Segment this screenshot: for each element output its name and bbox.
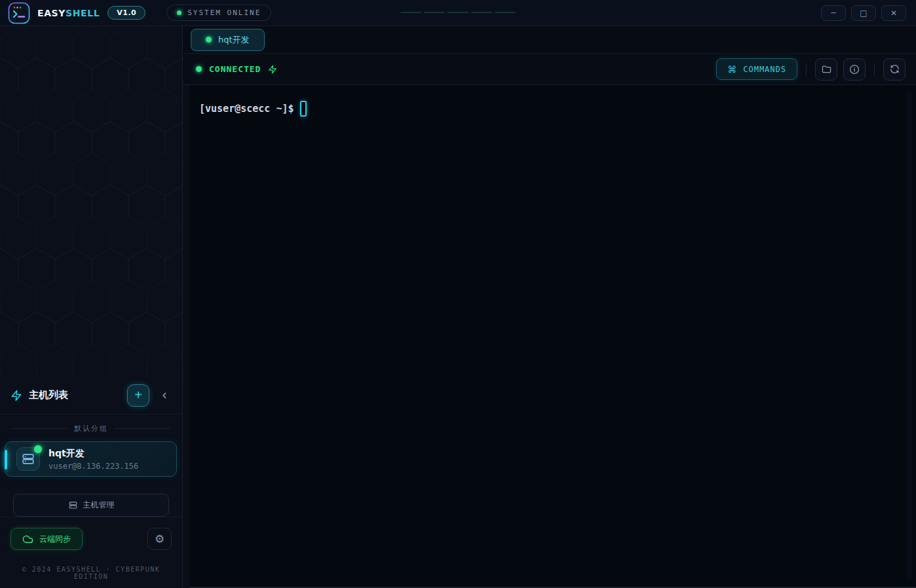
app-name-bold: EASY	[37, 8, 66, 18]
terminal[interactable]: [vuser@scecc ~]$	[189, 85, 916, 588]
host-address: vuser@8.136.223.156	[48, 462, 138, 471]
cloud-icon	[22, 534, 33, 545]
server-icon	[21, 452, 35, 466]
bolt-icon	[268, 65, 277, 74]
commands-button[interactable]: ⌘ COMMANDS	[716, 58, 797, 80]
sidebar-footer-row: 云端同步 ⚙	[10, 528, 172, 550]
main-area: hqt开发 CONNECTED ⌘ COMMANDS	[183, 26, 916, 588]
connection-status-text: CONNECTED	[209, 64, 261, 74]
app-name-accent: SHELL	[66, 8, 100, 18]
maximize-icon: □	[860, 9, 867, 17]
collapse-sidebar-button[interactable]	[156, 386, 173, 405]
status-bar: CONNECTED ⌘ COMMANDS	[183, 54, 916, 85]
refresh-icon	[889, 64, 900, 75]
gear-icon: ⚙	[155, 533, 164, 545]
command-icon: ⌘	[727, 64, 737, 75]
connection-status: CONNECTED	[196, 64, 277, 74]
app-logo-terminal-icon	[8, 2, 30, 24]
window-controls: ─ □ ✕	[821, 5, 906, 21]
info-button[interactable]	[843, 58, 866, 81]
sidebar-footer: 云端同步 ⚙ © 2024 EASYSHELL · CYBERPUNK EDIT…	[0, 517, 182, 588]
group-divider: 默认分组	[12, 424, 170, 433]
version-badge: V1.0	[107, 6, 145, 20]
terminal-prompt: [vuser@scecc ~]$	[199, 103, 294, 115]
close-button[interactable]: ✕	[881, 5, 906, 21]
toolbar-divider	[806, 63, 807, 76]
file-manager-button[interactable]	[815, 58, 837, 81]
toolbar-divider	[874, 63, 875, 76]
host-card[interactable]: hqt开发 vuser@8.136.223.156	[5, 441, 177, 477]
host-name: hqt开发	[48, 448, 138, 460]
minimize-icon: ─	[831, 9, 835, 17]
plus-icon: +	[134, 388, 142, 401]
minimize-button[interactable]: ─	[821, 5, 846, 21]
decoration-dash	[424, 12, 445, 13]
system-status-label: SYSTEM ONLINE	[187, 9, 261, 17]
terminal-cursor	[300, 101, 307, 117]
host-list-title: 主机列表	[29, 389, 68, 401]
folder-icon	[821, 64, 832, 75]
copyright-text: © 2024 EASYSHELL · CYBERPUNK EDITION	[10, 566, 172, 580]
titlebar: EASYSHELL V1.0 SYSTEM ONLINE ─ □ ✕	[0, 0, 916, 26]
divider-line	[12, 428, 67, 429]
reconnect-button[interactable]	[883, 58, 906, 81]
cloud-sync-label: 云端同步	[39, 534, 71, 545]
host-manage-label: 主机管理	[83, 500, 115, 511]
sidebar: 主机列表 + 默认分组	[0, 26, 183, 588]
titlebar-decoration-dashes	[400, 12, 516, 13]
host-info: hqt开发 vuser@8.136.223.156	[48, 448, 138, 471]
terminal-scrollbar[interactable]	[906, 90, 912, 580]
tab-status-dot	[206, 37, 212, 43]
settings-button[interactable]: ⚙	[147, 528, 172, 550]
tab-bar: hqt开发	[183, 26, 916, 54]
host-manage-button[interactable]: 主机管理	[13, 494, 169, 517]
app-body: 主机列表 + 默认分组	[0, 26, 916, 588]
maximize-button[interactable]: □	[851, 5, 876, 21]
divider-line	[115, 428, 170, 429]
chevron-left-icon	[159, 390, 170, 401]
host-active-accent-bar	[5, 450, 7, 469]
decoration-dash	[471, 12, 492, 13]
close-icon: ✕	[890, 9, 897, 17]
connection-status-dot	[196, 66, 202, 72]
group-label: 默认分组	[74, 424, 108, 433]
terminal-toolbar: ⌘ COMMANDS	[716, 58, 906, 81]
hexagon-pattern-background	[0, 26, 183, 377]
app-name: EASYSHELL	[37, 8, 100, 18]
terminal-prompt-line: [vuser@scecc ~]$	[199, 101, 916, 117]
app-window: EASYSHELL V1.0 SYSTEM ONLINE ─ □ ✕	[0, 0, 916, 588]
server-icon	[68, 500, 78, 510]
commands-label: COMMANDS	[743, 65, 786, 74]
host-icon	[16, 447, 40, 471]
tab-session[interactable]: hqt开发	[191, 29, 265, 51]
decoration-dash	[400, 12, 421, 13]
system-online-dot	[177, 10, 181, 15]
add-host-button[interactable]: +	[127, 384, 149, 407]
tab-label: hqt开发	[218, 34, 250, 46]
decoration-dash	[448, 12, 468, 13]
cloud-sync-button[interactable]: 云端同步	[10, 528, 83, 550]
sidebar-header: 主机列表 +	[0, 377, 182, 414]
host-online-dot	[34, 445, 42, 453]
decoration-dash	[495, 12, 516, 13]
bolt-icon	[10, 390, 22, 401]
info-icon	[849, 64, 860, 75]
system-status-badge: SYSTEM ONLINE	[166, 5, 271, 21]
